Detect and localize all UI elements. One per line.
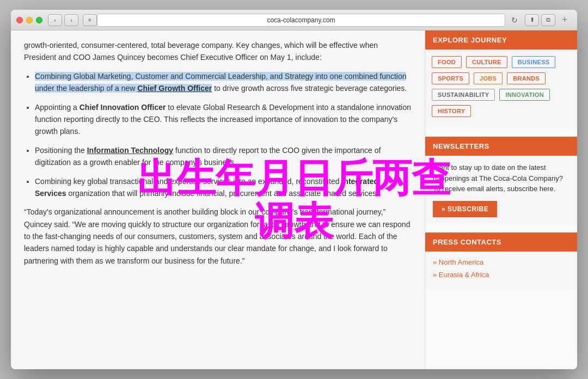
toolbar-right: ⬆ ⧉ <box>525 14 555 26</box>
chief-innovation-officer: Chief Innovation Officer <box>79 103 166 112</box>
subscribe-button[interactable]: » SUBSCRIBE <box>433 201 497 217</box>
bullet-list: Combining Global Marketing, Customer and… <box>35 70 412 200</box>
press-link-north-america[interactable]: North America <box>433 258 569 266</box>
tag-innovation[interactable]: INNOVATION <box>499 89 549 101</box>
press-contacts-header: PRESS CONTACTS <box>425 233 577 252</box>
list-item: Combining Global Marketing, Customer and… <box>35 70 412 95</box>
address-bar[interactable]: coca-colacompany.com <box>97 14 505 27</box>
share-button[interactable]: ⬆ <box>525 14 539 26</box>
newsletter-text: Want to stay up to date on the latest ha… <box>433 162 569 194</box>
intro-paragraph: growth-oriented, consumer-centered, tota… <box>24 39 412 64</box>
tag-culture[interactable]: CULTURE <box>466 56 507 68</box>
quote-paragraph: “Today's organizational announcement is … <box>24 206 412 267</box>
tag-sports[interactable]: SPORTS <box>432 72 469 84</box>
list-item: Appointing a Chief Innovation Officer to… <box>35 101 412 138</box>
explore-journey-section: EXPLORE JOURNEY FOOD CULTURE BUSINESS SP… <box>425 30 577 128</box>
tag-food[interactable]: FOOD <box>432 56 462 68</box>
it-function: Information Technology <box>87 146 173 155</box>
tag-brands[interactable]: BRANDS <box>507 72 546 84</box>
list-item: Combining key global transactional and e… <box>35 175 412 200</box>
press-body: North America Eurasia & Africa <box>425 252 577 290</box>
sidebar: EXPLORE JOURNEY FOOD CULTURE BUSINESS SP… <box>425 30 577 369</box>
list-item: Positioning the Information Technology f… <box>35 144 412 169</box>
close-button[interactable] <box>16 17 23 23</box>
tag-row-4: HISTORY <box>432 105 571 117</box>
integrated-services: Integrated Services <box>35 177 378 198</box>
back-button[interactable]: ‹ <box>48 14 62 26</box>
nav-buttons: ‹ › <box>48 14 78 26</box>
minimize-button[interactable] <box>26 17 33 23</box>
reload-button[interactable]: ↻ <box>509 14 520 26</box>
tag-row-3: SUSTAINABILITY INNOVATION <box>432 89 571 101</box>
tag-row-1: FOOD CULTURE BUSINESS <box>432 56 571 68</box>
tag-sustainability[interactable]: SUSTAINABILITY <box>432 89 495 101</box>
page-wrapper: growth-oriented, consumer-centered, tota… <box>11 30 577 369</box>
maximize-button[interactable] <box>36 17 42 23</box>
press-link-eurasia-africa[interactable]: Eurasia & Africa <box>433 271 569 279</box>
main-article: growth-oriented, consumer-centered, tota… <box>11 30 425 369</box>
duplicate-button[interactable]: ⧉ <box>541 14 555 26</box>
menu-button[interactable]: ≡ <box>83 14 97 26</box>
address-bar-container: coca-colacompany.com ↻ <box>97 14 520 27</box>
tag-row-2: SPORTS JOBS BRANDS <box>432 72 571 84</box>
tags-container: FOOD CULTURE BUSINESS SPORTS JOBS BRANDS… <box>425 50 577 128</box>
rest-text: to drive growth across five strategic be… <box>212 84 407 93</box>
forward-button[interactable]: › <box>64 14 78 26</box>
traffic-lights <box>16 17 42 23</box>
tag-history[interactable]: HISTORY <box>432 105 471 117</box>
chief-growth-officer: Chief Growth Officer <box>137 84 212 93</box>
newsletter-body: Want to stay up to date on the latest ha… <box>425 156 577 224</box>
tag-jobs[interactable]: JOBS <box>474 72 503 84</box>
tag-business[interactable]: BUSINESS <box>512 56 556 68</box>
new-tab-button[interactable]: + <box>558 13 572 27</box>
browser-titlebar: ‹ › ≡ coca-colacompany.com ↻ ⬆ ⧉ + <box>11 10 577 30</box>
newsletter-section: NEWSLETTERS Want to stay up to date on t… <box>425 137 577 224</box>
browser-window: ‹ › ≡ coca-colacompany.com ↻ ⬆ ⧉ + growt… <box>11 10 577 369</box>
explore-header: EXPLORE JOURNEY <box>425 30 577 50</box>
newsletter-header: NEWSLETTERS <box>425 137 577 156</box>
press-contacts-section: PRESS CONTACTS North America Eurasia & A… <box>425 233 577 290</box>
